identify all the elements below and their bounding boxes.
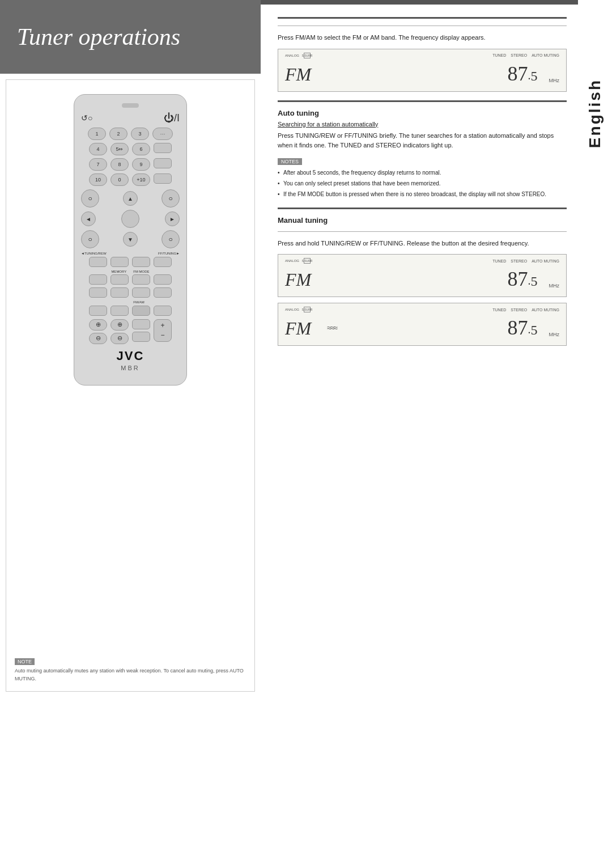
- fm-am-btn-4[interactable]: [154, 306, 172, 316]
- vol-rect-1[interactable]: [132, 319, 150, 329]
- auto-muting-label-3: AUTO MUTING: [532, 308, 559, 312]
- ff-tuning-label: FF/TUNING►: [158, 252, 180, 256]
- button-4[interactable]: 4: [89, 143, 107, 155]
- language-label: English: [586, 79, 604, 148]
- vol-rect-2[interactable]: [132, 332, 150, 342]
- auto-muting-label-2: AUTO MUTING: [532, 259, 559, 263]
- button-10[interactable]: 10: [89, 173, 107, 186]
- note-text: Auto muting automatically mutes any stat…: [15, 667, 246, 683]
- extra-row-1: [81, 287, 180, 298]
- button-6[interactable]: 6: [132, 143, 150, 155]
- display-mhz-1: MHz: [549, 78, 560, 83]
- number-row-2: 4 5⇔ 6: [81, 143, 180, 155]
- fm-am-btn-2[interactable]: [110, 306, 129, 316]
- intro-text: Press FM/AM to select the FM or AM band.…: [278, 33, 567, 43]
- memory-fm-labels: MEMORY FM MODE: [81, 270, 180, 274]
- note-item-1: After about 5 seconds, the frequency dis…: [278, 168, 567, 177]
- memory-row: [81, 274, 180, 285]
- button-9[interactable]: 9: [132, 158, 150, 171]
- vol-minus-2[interactable]: ⊖: [110, 333, 129, 344]
- vol-right-gap: [132, 319, 150, 342]
- fm-am-row: [81, 306, 180, 316]
- button-rect-4[interactable]: [154, 173, 172, 184]
- extra-btn-4[interactable]: [154, 287, 172, 298]
- note-item-3: If the FM MODE button is pressed when th…: [278, 190, 567, 199]
- button-rect-3[interactable]: [154, 158, 172, 168]
- nav-down[interactable]: ▼: [123, 232, 138, 247]
- master-vol[interactable]: + −: [154, 319, 172, 342]
- button-dots[interactable]: ···: [152, 128, 173, 140]
- s-surr-label-3: S.SURR: [302, 308, 313, 311]
- display-main-2: FM 87.5 MHz: [285, 265, 559, 293]
- button-3[interactable]: 3: [131, 128, 149, 140]
- mbr-logo: MBR: [81, 365, 180, 371]
- button-plus10[interactable]: +10: [132, 173, 150, 186]
- tuned-label-1: TUNED: [492, 53, 506, 57]
- analog-label-3: ANALOG: [285, 308, 299, 311]
- header-section: Tuner operations: [0, 0, 261, 74]
- fm-mode-btn[interactable]: [132, 274, 150, 285]
- display-mhz-3: MHz: [549, 332, 560, 337]
- nav-right[interactable]: ►: [165, 211, 180, 226]
- memory-btn[interactable]: [110, 274, 129, 285]
- display-mhz-2: MHz: [549, 283, 560, 289]
- status-labels-2: TUNED STEREO AUTO MUTING: [492, 259, 559, 263]
- auto-tuning-sub: Searching for a station automatically: [278, 121, 567, 128]
- tuning-row: [81, 257, 180, 267]
- tuning-mid-btn[interactable]: [110, 257, 129, 267]
- indicator-box-2: S.SURR: [304, 258, 311, 264]
- s-surr-label-1: S.SURR: [302, 54, 313, 57]
- nav-left-outer[interactable]: ○: [81, 189, 99, 208]
- fm-am-main-btn[interactable]: [132, 306, 150, 316]
- fm-am-label-row: FM/AM: [81, 300, 180, 304]
- stereo-label-2: STEREO: [511, 259, 527, 263]
- s-surr-label-2: S.SURR: [302, 259, 313, 262]
- nav-right-outer[interactable]: ○: [162, 189, 180, 208]
- display-freq-2: 87.5: [508, 267, 538, 291]
- auto-tuning-divider: [278, 100, 567, 102]
- auto-tuning-heading: Auto tuning: [278, 109, 567, 117]
- fm-mode-label: FM MODE: [133, 270, 149, 274]
- manual-sub-divider: [278, 231, 567, 232]
- nav-left[interactable]: ◄: [81, 211, 96, 226]
- memory-extra-btn[interactable]: [154, 274, 172, 285]
- extra-btn-3[interactable]: [132, 287, 150, 298]
- power-icon: ⏻/I: [164, 112, 180, 124]
- english-sidebar: English: [578, 0, 612, 227]
- notes-list: After about 5 seconds, the frequency dis…: [278, 168, 567, 199]
- nav-center[interactable]: [121, 210, 139, 228]
- vol-left: ⊕ ⊖: [89, 319, 107, 344]
- display-top-row-3: ANALOG S.SURR TUNED STEREO AUTO MUTING: [285, 307, 559, 312]
- nav-up[interactable]: ▲: [123, 191, 138, 206]
- button-rect-2[interactable]: [154, 143, 172, 153]
- tuning-extra-btn[interactable]: [154, 257, 172, 267]
- extra-btn-1[interactable]: [89, 287, 107, 298]
- tuned-label-3: TUNED: [492, 308, 506, 312]
- nav-left-outer-2[interactable]: ○: [81, 230, 99, 248]
- display-freq-1: 87.5: [508, 62, 538, 86]
- tuning-rew-btn[interactable]: [89, 257, 107, 267]
- manual-tuning-heading: Manual tuning: [278, 216, 567, 225]
- button-2[interactable]: 2: [109, 128, 128, 140]
- button-0[interactable]: 0: [110, 173, 129, 186]
- page-title: Tuner operations: [17, 23, 180, 50]
- display-main-3: FM ≈≈≈ 87.5 MHz: [285, 314, 559, 342]
- vol-plus-1[interactable]: ⊕: [89, 319, 107, 331]
- display-freq-3: 87.5: [508, 316, 538, 340]
- button-7[interactable]: 7: [89, 158, 107, 171]
- fm-am-btn-1[interactable]: [89, 306, 107, 316]
- note-section: NOTE Auto muting automatically mutes any…: [15, 655, 246, 683]
- button-8[interactable]: 8: [110, 158, 129, 171]
- vol-plus-2[interactable]: ⊕: [110, 319, 129, 331]
- button-5[interactable]: 5⇔: [110, 143, 129, 155]
- analog-label-2: ANALOG: [285, 259, 299, 262]
- nav-right-outer-2[interactable]: ○: [162, 230, 180, 248]
- extra-btn-2[interactable]: [110, 287, 129, 298]
- display-fm-3: FM: [285, 318, 311, 339]
- ff-tuning-btn[interactable]: [132, 257, 150, 267]
- memory-btn-1[interactable]: [89, 274, 107, 285]
- tuning-rew-label: ◄TUNING/REW: [81, 252, 107, 256]
- button-1[interactable]: 1: [88, 128, 106, 140]
- number-row-1: 1 2 3 ···: [81, 128, 180, 140]
- vol-minus-1[interactable]: ⊖: [89, 333, 107, 344]
